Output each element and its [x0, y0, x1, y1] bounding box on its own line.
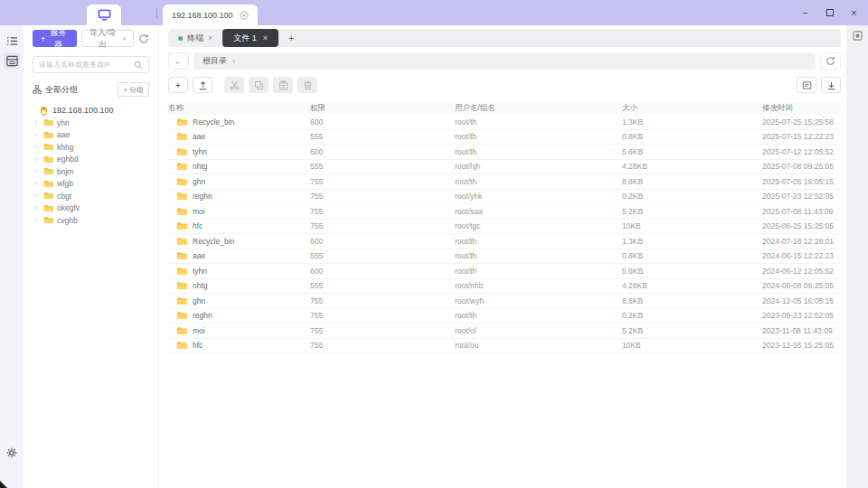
- paste-icon: [278, 80, 288, 90]
- tree-host-item[interactable]: 192.168.100.100: [33, 104, 149, 117]
- table-row[interactable]: reghn 755 root/th 0.2KB 2023-09-23 12:52…: [168, 309, 841, 324]
- breadcrumb-root-label[interactable]: 根目录: [203, 55, 227, 67]
- back-button[interactable]: ←: [168, 52, 189, 70]
- close-button[interactable]: ×: [842, 0, 866, 25]
- mtime-cell: 2025-07-08 09:25:05: [762, 162, 841, 171]
- view-detail-button[interactable]: [797, 77, 816, 93]
- table-row[interactable]: Recycle_bin 600 root/th 1.3KB 2025-07-25…: [168, 115, 841, 130]
- add-group-button[interactable]: + 分组: [118, 82, 149, 97]
- column-header[interactable]: 名称: [168, 103, 310, 114]
- expander-icon[interactable]: ›: [33, 155, 40, 164]
- sidebar-refresh-button[interactable]: [138, 33, 149, 44]
- expander-icon[interactable]: ›: [33, 180, 40, 188]
- import-export-button[interactable]: 导入/导出 ∨: [81, 30, 134, 47]
- tree-folder-item[interactable]: › bnjm: [33, 165, 149, 178]
- expander-icon[interactable]: ›: [33, 192, 40, 200]
- owner-cell: root/th: [455, 251, 622, 260]
- tree-folder-label: cbgt: [57, 192, 71, 201]
- tree-folder-item[interactable]: › okegfv: [33, 202, 149, 215]
- new-item-button[interactable]: +: [168, 77, 188, 93]
- table-row[interactable]: ghn 755 root/th 8.8KB 2025-07-05 16:05:1…: [168, 174, 841, 190]
- add-server-button[interactable]: + 服务器: [33, 30, 77, 47]
- gear-icon: [6, 447, 17, 458]
- file-name-cell: moi: [168, 326, 310, 335]
- permission-cell: 600: [310, 237, 455, 246]
- table-row[interactable]: reghn 755 root/yhk 0.2KB 2025-07-23 12:5…: [168, 190, 841, 205]
- expander-icon[interactable]: ›: [33, 131, 40, 139]
- refresh-directory-button[interactable]: [820, 52, 841, 70]
- permission-cell: 755: [310, 192, 455, 201]
- maximize-icon: [826, 9, 834, 16]
- folder-icon: [176, 251, 187, 260]
- add-server-label: 服务器: [48, 27, 68, 51]
- permission-cell: 600: [310, 147, 455, 156]
- table-row[interactable]: ghn 755 root/wyh 8.8KB 2024-12-05 16:05:…: [168, 294, 841, 309]
- server-manager-button[interactable]: [4, 52, 20, 69]
- tree-folder-item[interactable]: › yhn: [33, 117, 149, 129]
- server-search-input[interactable]: [39, 61, 130, 69]
- tree-folder-item[interactable]: › cbgt: [33, 190, 149, 202]
- table-row[interactable]: nhtg 555 root/nhb 4.28KB 2024-06-08 09:2…: [168, 279, 841, 295]
- breadcrumb[interactable]: 根目录 ›: [193, 52, 816, 70]
- expander-icon[interactable]: ›: [33, 167, 40, 175]
- column-header[interactable]: 修改时间: [762, 103, 841, 114]
- tree-folder-label: cvghb: [57, 216, 78, 225]
- table-row[interactable]: hfc 755 root/tgc 10KB 2025-06-25 15:25:0…: [168, 220, 841, 235]
- tree-folder-item[interactable]: › khhg: [33, 141, 149, 154]
- tab-terminal[interactable]: 终端 ×: [168, 29, 222, 47]
- permission-cell: 555: [310, 132, 455, 141]
- download-button[interactable]: [821, 77, 841, 93]
- maximize-button[interactable]: [817, 0, 842, 25]
- window-resize-corner[interactable]: [0, 481, 7, 488]
- tree-folder-label: okegfv: [57, 203, 80, 212]
- tab-close-icon[interactable]: ×: [208, 33, 212, 42]
- tree-folder-item[interactable]: › cvghb: [33, 214, 149, 227]
- folder-icon: [176, 311, 187, 320]
- table-row[interactable]: moi 755 root/ol 5.2KB 2023-11-08 11:43:0…: [168, 324, 841, 339]
- mtime-cell: 2023-12-55 15:25:05: [762, 341, 841, 350]
- file-name: hfc: [193, 221, 203, 230]
- tree-folder-item[interactable]: › wfgb: [33, 178, 149, 191]
- file-name: aae: [193, 132, 205, 141]
- expander-icon[interactable]: ›: [33, 118, 40, 127]
- right-rail: [846, 25, 868, 488]
- expander-icon[interactable]: ›: [33, 204, 40, 212]
- file-name-cell: hfc: [168, 221, 310, 230]
- settings-button[interactable]: [4, 445, 20, 461]
- minimize-button[interactable]: −: [793, 0, 817, 25]
- download-icon: [826, 80, 836, 90]
- tree-folder-item[interactable]: › eghbd: [33, 154, 149, 166]
- table-row[interactable]: tyhn 600 root/th 5.6KB 2024-06-12 12:05:…: [168, 264, 841, 279]
- file-name-cell: hfc: [168, 341, 310, 350]
- folder-icon: [176, 341, 187, 350]
- app-window: 192.168.100.100 − ×: [0, 0, 868, 488]
- table-row[interactable]: aae 555 root/th 0.8KB 2025-07-15 12:22:2…: [168, 130, 841, 145]
- tree-folder-label: wfgb: [57, 179, 73, 188]
- tree-folder-item[interactable]: › aae: [33, 129, 149, 142]
- column-header[interactable]: 大小: [622, 103, 762, 114]
- breadcrumb-bar: ← 根目录 ›: [168, 52, 841, 70]
- session-list-button[interactable]: [4, 33, 20, 49]
- table-row[interactable]: moi 755 root/saa 5.2KB 2025-07-08 11:43:…: [168, 204, 841, 220]
- upload-button[interactable]: [193, 77, 212, 93]
- table-row[interactable]: hfc 755 root/ou 10KB 2023-12-55 15:25:05: [168, 339, 841, 354]
- expander-icon[interactable]: ›: [33, 216, 40, 224]
- column-header[interactable]: 用户名/组名: [455, 103, 622, 114]
- tree-folder-label: eghbd: [57, 155, 79, 164]
- new-tab-button[interactable]: +: [278, 33, 304, 43]
- tab-file[interactable]: 文件 1 ×: [222, 29, 278, 47]
- table-row[interactable]: Recycle_bin 600 root/th 1.3KB 2024-07-18…: [168, 234, 841, 249]
- mtime-cell: 2024-06-08 09:25:05: [762, 281, 841, 290]
- column-header[interactable]: 权限: [310, 103, 455, 114]
- titlebar: 192.168.100.100 − ×: [0, 0, 868, 25]
- side-panel-icon[interactable]: [853, 31, 863, 488]
- table-row[interactable]: aae 555 root/th 0.8KB 2024-06-15 12:22:2…: [168, 249, 841, 265]
- tab-close-icon[interactable]: ×: [263, 33, 268, 42]
- table-row[interactable]: tyhn 600 root/th 5.6KB 2025-07-12 12:05:…: [168, 145, 841, 160]
- expander-icon[interactable]: ›: [33, 143, 40, 151]
- session-tab[interactable]: 192.168.100.100: [163, 5, 258, 25]
- home-tab[interactable]: [87, 5, 121, 25]
- mtime-cell: 2025-06-25 15:25:05: [762, 221, 841, 230]
- table-row[interactable]: nhtg 555 root/hjh 4.28KB 2025-07-08 09:2…: [168, 160, 841, 175]
- session-tab-close-icon[interactable]: [240, 11, 249, 20]
